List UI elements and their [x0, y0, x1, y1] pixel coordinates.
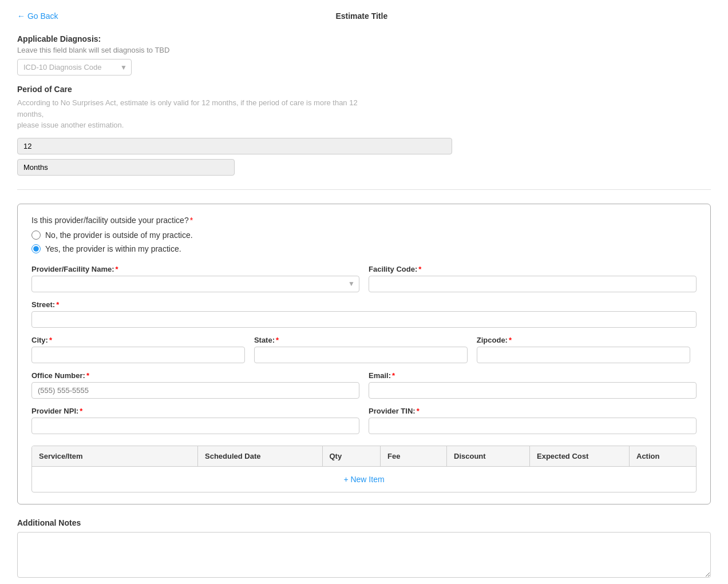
go-back-link[interactable]: ← Go Back: [17, 11, 58, 21]
radio-inside-text: Yes, the provider is within my practice.: [45, 244, 181, 253]
diagnosis-section: Applicable Diagnosis: Leave this field b…: [17, 34, 711, 76]
service-item-table: Service/Item Scheduled Date Qty Fee Disc…: [31, 446, 697, 492]
provider-name-label: Provider/Facility Name:*: [31, 265, 359, 273]
top-section: Applicable Diagnosis: Leave this field b…: [17, 34, 711, 190]
office-email-row: Office Number:* Email:*: [31, 371, 697, 399]
zipcode-input[interactable]: [477, 347, 690, 363]
radio-inside[interactable]: [31, 244, 41, 253]
period-unit-select[interactable]: Days Weeks Months Years: [17, 159, 235, 176]
provider-npi-group: Provider NPI:*: [31, 407, 359, 434]
office-number-group: Office Number:*: [31, 371, 359, 399]
city-label: City:*: [31, 336, 245, 344]
table-body: + New Item: [32, 467, 696, 492]
page-header: ← Go Back Estimate Title: [17, 11, 711, 21]
period-number-select[interactable]: 1 2 3 4 5 6 7 8 9 10 11 12: [17, 138, 452, 154]
provider-tin-group: Provider TIN:*: [369, 407, 697, 434]
provider-facility-box: Is this provider/facility outside your p…: [17, 204, 711, 504]
provider-name-group: Provider/Facility Name:* ▼: [31, 265, 359, 292]
radio-outside[interactable]: [31, 231, 41, 240]
diagnosis-select[interactable]: ICD-10 Diagnosis Code: [17, 59, 132, 76]
col-service-item: Service/Item: [32, 446, 198, 466]
facility-code-group: Facility Code:*: [369, 265, 697, 292]
provider-name-input-wrapper: ▼: [31, 276, 359, 292]
city-input[interactable]: [31, 347, 245, 363]
additional-notes-label: Additional Notes: [17, 518, 711, 527]
provider-tin-input[interactable]: [369, 418, 697, 434]
new-item-button[interactable]: + New Item: [343, 475, 384, 484]
office-number-label: Office Number:*: [31, 371, 359, 380]
period-hint: According to No Surprises Act, estimate …: [17, 97, 711, 131]
diagnosis-label: Applicable Diagnosis:: [17, 34, 711, 43]
estimate-title: Estimate Title: [335, 11, 387, 21]
email-label: Email:*: [369, 371, 697, 380]
city-state-zip-row: City:* State:* Zipcode:*: [31, 336, 697, 363]
provider-question-required: *: [190, 216, 193, 225]
diagnosis-hint: Leave this field blank will set diagnosi…: [17, 46, 711, 54]
state-group: State:*: [254, 336, 468, 363]
state-label: State:*: [254, 336, 468, 344]
office-number-input[interactable]: [31, 382, 359, 399]
zipcode-label: Zipcode:*: [477, 336, 690, 344]
provider-npi-input[interactable]: [31, 418, 359, 434]
radio-outside-text: No, the provider is outside of my practi…: [45, 231, 193, 240]
email-group: Email:*: [369, 371, 697, 399]
provider-question: Is this provider/facility outside your p…: [31, 216, 697, 225]
provider-name-input[interactable]: [31, 276, 359, 292]
radio-outside-label[interactable]: No, the provider is outside of my practi…: [31, 231, 697, 240]
provider-radio-group: No, the provider is outside of my practi…: [31, 231, 697, 253]
radio-inside-label[interactable]: Yes, the provider is within my practice.: [31, 244, 697, 253]
col-scheduled-date: Scheduled Date: [198, 446, 323, 466]
street-group: Street:*: [31, 300, 697, 328]
facility-code-label: Facility Code:*: [369, 265, 697, 273]
city-group: City:*: [31, 336, 245, 363]
period-of-care-section: Period of Care According to No Surprises…: [17, 85, 711, 176]
email-input[interactable]: [369, 382, 697, 399]
period-label: Period of Care: [17, 85, 711, 94]
table-header: Service/Item Scheduled Date Qty Fee Disc…: [32, 446, 696, 467]
period-selects: 1 2 3 4 5 6 7 8 9 10 11 12 Days Weeks Mo…: [17, 138, 711, 176]
additional-notes-section: Additional Notes: [17, 518, 711, 579]
facility-code-input[interactable]: [369, 276, 697, 292]
street-label: Street:*: [31, 300, 697, 309]
col-discount: Discount: [447, 446, 530, 466]
col-qty: Qty: [323, 446, 381, 466]
provider-name-facility-row: Provider/Facility Name:* ▼ Facility Code…: [31, 265, 697, 292]
additional-notes-textarea[interactable]: [17, 532, 711, 578]
zipcode-group: Zipcode:*: [477, 336, 690, 363]
provider-tin-label: Provider TIN:*: [369, 407, 697, 415]
provider-npi-label: Provider NPI:*: [31, 407, 359, 415]
street-input[interactable]: [31, 311, 697, 328]
street-row: Street:*: [31, 300, 697, 328]
col-fee: Fee: [381, 446, 447, 466]
state-input[interactable]: [254, 347, 468, 363]
col-action: Action: [630, 446, 696, 466]
diagnosis-dropdown-wrapper: ICD-10 Diagnosis Code ▼: [17, 59, 132, 76]
col-expected-cost: Expected Cost: [530, 446, 630, 466]
npi-tin-row: Provider NPI:* Provider TIN:*: [31, 407, 697, 434]
